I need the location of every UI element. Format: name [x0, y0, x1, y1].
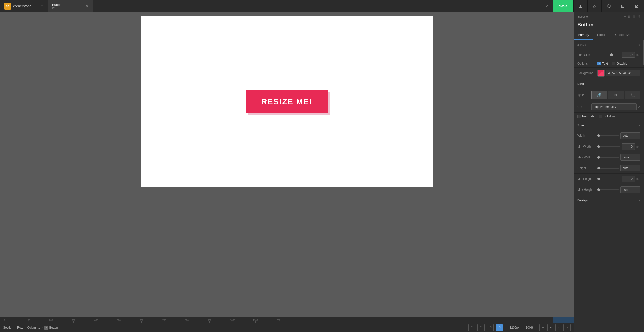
inspector-header: Inspector + ⧉ 🗑 ⚙	[574, 12, 644, 20]
button-element[interactable]: RESIZE ME!	[246, 90, 327, 113]
min-height-slider[interactable]	[597, 179, 620, 179]
close-tab-button[interactable]: ×	[85, 4, 89, 8]
link-type-phone[interactable]: 📞	[625, 91, 640, 99]
tab-effects[interactable]: Effects	[593, 30, 611, 40]
graphic-checkbox[interactable]	[612, 62, 615, 65]
min-width-slider[interactable]	[597, 146, 620, 147]
button-icon: B	[44, 326, 48, 330]
graphic-option[interactable]: Graphic	[612, 62, 627, 65]
link-type-url[interactable]: 🔗	[591, 91, 607, 99]
tool-btn-2[interactable]: ≡	[547, 324, 554, 331]
trash-icon[interactable]: 🗑	[632, 15, 635, 19]
ruler-mark-300: 300	[72, 319, 75, 323]
min-height-input[interactable]	[622, 176, 635, 182]
max-height-slider[interactable]	[597, 189, 619, 190]
grid-icon[interactable]: ⊞	[574, 0, 588, 12]
add-tab-button[interactable]: +	[36, 0, 48, 12]
setup-chevron-icon: ∨	[638, 43, 640, 47]
size-section-header[interactable]: Size ∨	[574, 120, 644, 130]
max-height-input[interactable]	[620, 186, 640, 193]
height-input[interactable]	[620, 165, 640, 171]
undo-button[interactable]: ←	[555, 324, 562, 331]
section-label[interactable]: Section	[3, 326, 13, 329]
ruler-mark-900: 900	[208, 319, 211, 323]
min-width-label: Min Width	[577, 145, 597, 148]
action-btn-3[interactable]: ⬚	[487, 324, 494, 331]
search-icon[interactable]: ⌕	[588, 0, 602, 12]
external-link-icon[interactable]: ↗	[541, 0, 553, 12]
background-control: #EA2A55 / #F54168	[597, 70, 640, 77]
design-title: Design	[577, 198, 588, 202]
save-button[interactable]: Save	[553, 0, 573, 12]
text-checkbox[interactable]: ✓	[597, 62, 601, 65]
action-btn-2[interactable]: ⬚	[477, 324, 485, 331]
main-layout: RESIZE ME! 0 100 200 300 400	[0, 12, 644, 332]
width-row: Width	[574, 130, 644, 141]
url-clear-icon[interactable]: ×	[638, 105, 640, 109]
settings-icon[interactable]: ⚙	[637, 15, 640, 19]
design-section-header[interactable]: Design ∨	[574, 195, 644, 205]
ruler: 0 100 200 300 400 500	[0, 317, 574, 323]
width-control	[597, 132, 640, 139]
min-width-unit: px	[636, 145, 640, 148]
redo-button[interactable]: →	[564, 324, 571, 331]
canvas-page: RESIZE ME!	[141, 16, 433, 187]
row-label[interactable]: Row	[17, 326, 23, 329]
max-width-input[interactable]	[620, 154, 640, 161]
tab-customize[interactable]: Customize	[611, 30, 634, 40]
tool-btn-1[interactable]: ⊕	[539, 324, 546, 331]
new-tab-option[interactable]: New Tab	[577, 115, 594, 118]
responsive-icon[interactable]: ⊠	[630, 0, 644, 12]
column-label[interactable]: Column 1	[27, 326, 40, 329]
background-value: #EA2A55 / #F54168	[606, 70, 640, 76]
min-width-input[interactable]	[622, 143, 635, 150]
layout-icon[interactable]: ⊡	[616, 0, 630, 12]
min-width-control: px	[597, 143, 640, 150]
inspector-header-icons: + ⧉ 🗑 ⚙	[624, 15, 640, 19]
link-type-email[interactable]: ✉	[608, 91, 624, 99]
max-width-slider[interactable]	[597, 157, 619, 158]
font-size-slider[interactable]	[597, 55, 620, 55]
new-tab-checkbox[interactable]	[577, 115, 581, 118]
nofollow-checkbox[interactable]	[599, 115, 602, 118]
action-btn-1[interactable]: ⬚	[468, 324, 475, 331]
inspector-tabs: Primary Effects Customize	[574, 30, 644, 40]
nofollow-option[interactable]: nofollow	[599, 115, 615, 118]
max-height-row: Max Height	[574, 184, 644, 195]
action-btn-4[interactable]: ⬚	[496, 324, 503, 331]
link-type-buttons: 🔗 ✉ 📞	[591, 91, 640, 99]
text-option-label: Text	[602, 62, 608, 65]
ruler-mark-1200: 1200	[275, 319, 280, 323]
ruler-mark-600: 600	[140, 319, 143, 323]
button-label[interactable]: B Button	[44, 326, 58, 330]
width-input[interactable]	[620, 132, 640, 139]
tab-primary[interactable]: Primary	[574, 30, 593, 40]
page-tab[interactable]: Button PAGE ×	[48, 0, 93, 12]
setup-title: Setup	[577, 43, 586, 47]
font-size-input[interactable]	[622, 52, 635, 58]
canvas-wrapper: RESIZE ME!	[0, 12, 574, 317]
options-row: Options ✓ Text Graphic	[574, 60, 644, 68]
design-chevron-icon: ∨	[638, 199, 640, 202]
height-slider[interactable]	[597, 168, 619, 169]
copy-icon[interactable]: ⧉	[628, 15, 630, 19]
nofollow-label: nofollow	[603, 115, 615, 118]
url-input[interactable]	[591, 103, 637, 110]
link-type-label: Type	[577, 93, 590, 97]
canvas-dimensions: 1200px	[510, 326, 519, 329]
logo-text: cornerstone	[13, 4, 32, 8]
blocks-icon[interactable]: ⬡	[602, 0, 616, 12]
url-row: URL ×	[574, 101, 644, 113]
height-row: Height	[574, 163, 644, 174]
add-element-icon[interactable]: +	[624, 15, 626, 19]
ruler-mark-500: 500	[117, 319, 121, 323]
setup-section-header[interactable]: Setup ∨	[574, 40, 644, 50]
link-section-header[interactable]: Link	[574, 79, 644, 89]
width-slider[interactable]	[597, 135, 619, 136]
ruler-mark-0: 0	[4, 319, 5, 323]
background-swatch[interactable]	[597, 70, 605, 77]
font-size-unit: px	[636, 53, 640, 56]
options-controls: ✓ Text Graphic	[597, 62, 640, 65]
text-option[interactable]: ✓ Text	[597, 62, 608, 65]
breadcrumb: Section › Row › Column 1 › B Button	[3, 326, 58, 330]
